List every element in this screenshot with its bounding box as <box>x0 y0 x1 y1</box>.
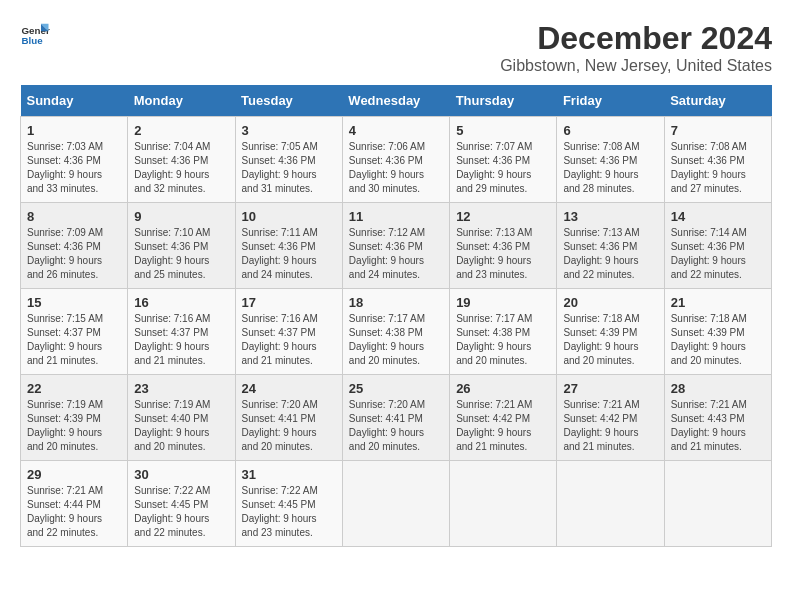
day-detail: Sunrise: 7:06 AMSunset: 4:36 PMDaylight:… <box>349 140 443 196</box>
calendar-cell: 29Sunrise: 7:21 AMSunset: 4:44 PMDayligh… <box>21 461 128 547</box>
calendar-cell: 20Sunrise: 7:18 AMSunset: 4:39 PMDayligh… <box>557 289 664 375</box>
calendar-cell: 25Sunrise: 7:20 AMSunset: 4:41 PMDayligh… <box>342 375 449 461</box>
day-detail: Sunrise: 7:22 AMSunset: 4:45 PMDaylight:… <box>134 484 228 540</box>
calendar-cell: 15Sunrise: 7:15 AMSunset: 4:37 PMDayligh… <box>21 289 128 375</box>
week-row-5: 29Sunrise: 7:21 AMSunset: 4:44 PMDayligh… <box>21 461 772 547</box>
day-detail: Sunrise: 7:05 AMSunset: 4:36 PMDaylight:… <box>242 140 336 196</box>
calendar-cell: 16Sunrise: 7:16 AMSunset: 4:37 PMDayligh… <box>128 289 235 375</box>
day-number: 23 <box>134 381 228 396</box>
day-detail: Sunrise: 7:11 AMSunset: 4:36 PMDaylight:… <box>242 226 336 282</box>
day-number: 13 <box>563 209 657 224</box>
logo: General Blue <box>20 20 50 50</box>
day-detail: Sunrise: 7:19 AMSunset: 4:40 PMDaylight:… <box>134 398 228 454</box>
day-detail: Sunrise: 7:09 AMSunset: 4:36 PMDaylight:… <box>27 226 121 282</box>
day-number: 3 <box>242 123 336 138</box>
day-header-wednesday: Wednesday <box>342 85 449 117</box>
day-detail: Sunrise: 7:13 AMSunset: 4:36 PMDaylight:… <box>563 226 657 282</box>
day-number: 8 <box>27 209 121 224</box>
day-detail: Sunrise: 7:21 AMSunset: 4:44 PMDaylight:… <box>27 484 121 540</box>
day-number: 17 <box>242 295 336 310</box>
calendar-cell <box>342 461 449 547</box>
day-detail: Sunrise: 7:10 AMSunset: 4:36 PMDaylight:… <box>134 226 228 282</box>
calendar-header-row: SundayMondayTuesdayWednesdayThursdayFrid… <box>21 85 772 117</box>
calendar-cell: 31Sunrise: 7:22 AMSunset: 4:45 PMDayligh… <box>235 461 342 547</box>
day-detail: Sunrise: 7:18 AMSunset: 4:39 PMDaylight:… <box>671 312 765 368</box>
day-number: 25 <box>349 381 443 396</box>
main-title: December 2024 <box>500 20 772 57</box>
calendar-cell: 4Sunrise: 7:06 AMSunset: 4:36 PMDaylight… <box>342 117 449 203</box>
calendar-cell: 6Sunrise: 7:08 AMSunset: 4:36 PMDaylight… <box>557 117 664 203</box>
calendar-cell: 8Sunrise: 7:09 AMSunset: 4:36 PMDaylight… <box>21 203 128 289</box>
week-row-2: 8Sunrise: 7:09 AMSunset: 4:36 PMDaylight… <box>21 203 772 289</box>
calendar-table: SundayMondayTuesdayWednesdayThursdayFrid… <box>20 85 772 547</box>
day-detail: Sunrise: 7:08 AMSunset: 4:36 PMDaylight:… <box>563 140 657 196</box>
day-number: 16 <box>134 295 228 310</box>
calendar-cell: 7Sunrise: 7:08 AMSunset: 4:36 PMDaylight… <box>664 117 771 203</box>
day-number: 7 <box>671 123 765 138</box>
calendar-cell: 11Sunrise: 7:12 AMSunset: 4:36 PMDayligh… <box>342 203 449 289</box>
week-row-1: 1Sunrise: 7:03 AMSunset: 4:36 PMDaylight… <box>21 117 772 203</box>
day-number: 14 <box>671 209 765 224</box>
calendar-cell: 5Sunrise: 7:07 AMSunset: 4:36 PMDaylight… <box>450 117 557 203</box>
calendar-cell: 28Sunrise: 7:21 AMSunset: 4:43 PMDayligh… <box>664 375 771 461</box>
day-number: 18 <box>349 295 443 310</box>
day-number: 31 <box>242 467 336 482</box>
day-detail: Sunrise: 7:03 AMSunset: 4:36 PMDaylight:… <box>27 140 121 196</box>
day-header-tuesday: Tuesday <box>235 85 342 117</box>
day-number: 5 <box>456 123 550 138</box>
day-detail: Sunrise: 7:22 AMSunset: 4:45 PMDaylight:… <box>242 484 336 540</box>
day-number: 9 <box>134 209 228 224</box>
day-detail: Sunrise: 7:07 AMSunset: 4:36 PMDaylight:… <box>456 140 550 196</box>
day-detail: Sunrise: 7:20 AMSunset: 4:41 PMDaylight:… <box>349 398 443 454</box>
day-detail: Sunrise: 7:13 AMSunset: 4:36 PMDaylight:… <box>456 226 550 282</box>
day-number: 22 <box>27 381 121 396</box>
svg-text:Blue: Blue <box>22 35 44 46</box>
day-detail: Sunrise: 7:08 AMSunset: 4:36 PMDaylight:… <box>671 140 765 196</box>
day-detail: Sunrise: 7:17 AMSunset: 4:38 PMDaylight:… <box>456 312 550 368</box>
day-number: 10 <box>242 209 336 224</box>
subtitle: Gibbstown, New Jersey, United States <box>500 57 772 75</box>
day-header-thursday: Thursday <box>450 85 557 117</box>
day-number: 15 <box>27 295 121 310</box>
calendar-cell: 3Sunrise: 7:05 AMSunset: 4:36 PMDaylight… <box>235 117 342 203</box>
day-number: 6 <box>563 123 657 138</box>
day-detail: Sunrise: 7:21 AMSunset: 4:43 PMDaylight:… <box>671 398 765 454</box>
calendar-cell: 9Sunrise: 7:10 AMSunset: 4:36 PMDaylight… <box>128 203 235 289</box>
day-detail: Sunrise: 7:21 AMSunset: 4:42 PMDaylight:… <box>456 398 550 454</box>
calendar-cell: 21Sunrise: 7:18 AMSunset: 4:39 PMDayligh… <box>664 289 771 375</box>
calendar-cell <box>557 461 664 547</box>
day-detail: Sunrise: 7:14 AMSunset: 4:36 PMDaylight:… <box>671 226 765 282</box>
day-number: 30 <box>134 467 228 482</box>
day-number: 19 <box>456 295 550 310</box>
calendar-cell: 12Sunrise: 7:13 AMSunset: 4:36 PMDayligh… <box>450 203 557 289</box>
day-detail: Sunrise: 7:19 AMSunset: 4:39 PMDaylight:… <box>27 398 121 454</box>
day-number: 21 <box>671 295 765 310</box>
day-number: 4 <box>349 123 443 138</box>
day-detail: Sunrise: 7:04 AMSunset: 4:36 PMDaylight:… <box>134 140 228 196</box>
logo-icon: General Blue <box>20 20 50 50</box>
calendar-cell: 17Sunrise: 7:16 AMSunset: 4:37 PMDayligh… <box>235 289 342 375</box>
calendar-cell: 24Sunrise: 7:20 AMSunset: 4:41 PMDayligh… <box>235 375 342 461</box>
day-header-sunday: Sunday <box>21 85 128 117</box>
day-detail: Sunrise: 7:18 AMSunset: 4:39 PMDaylight:… <box>563 312 657 368</box>
day-detail: Sunrise: 7:15 AMSunset: 4:37 PMDaylight:… <box>27 312 121 368</box>
week-row-4: 22Sunrise: 7:19 AMSunset: 4:39 PMDayligh… <box>21 375 772 461</box>
day-number: 20 <box>563 295 657 310</box>
day-header-saturday: Saturday <box>664 85 771 117</box>
calendar-cell: 10Sunrise: 7:11 AMSunset: 4:36 PMDayligh… <box>235 203 342 289</box>
calendar-cell: 13Sunrise: 7:13 AMSunset: 4:36 PMDayligh… <box>557 203 664 289</box>
calendar-cell: 1Sunrise: 7:03 AMSunset: 4:36 PMDaylight… <box>21 117 128 203</box>
calendar-cell: 26Sunrise: 7:21 AMSunset: 4:42 PMDayligh… <box>450 375 557 461</box>
header: General Blue December 2024 Gibbstown, Ne… <box>20 20 772 75</box>
calendar-cell: 23Sunrise: 7:19 AMSunset: 4:40 PMDayligh… <box>128 375 235 461</box>
calendar-cell: 18Sunrise: 7:17 AMSunset: 4:38 PMDayligh… <box>342 289 449 375</box>
calendar-cell: 19Sunrise: 7:17 AMSunset: 4:38 PMDayligh… <box>450 289 557 375</box>
calendar-cell: 30Sunrise: 7:22 AMSunset: 4:45 PMDayligh… <box>128 461 235 547</box>
day-number: 1 <box>27 123 121 138</box>
calendar-cell: 27Sunrise: 7:21 AMSunset: 4:42 PMDayligh… <box>557 375 664 461</box>
day-number: 11 <box>349 209 443 224</box>
calendar-cell <box>664 461 771 547</box>
day-detail: Sunrise: 7:17 AMSunset: 4:38 PMDaylight:… <box>349 312 443 368</box>
day-detail: Sunrise: 7:16 AMSunset: 4:37 PMDaylight:… <box>134 312 228 368</box>
calendar-cell: 2Sunrise: 7:04 AMSunset: 4:36 PMDaylight… <box>128 117 235 203</box>
